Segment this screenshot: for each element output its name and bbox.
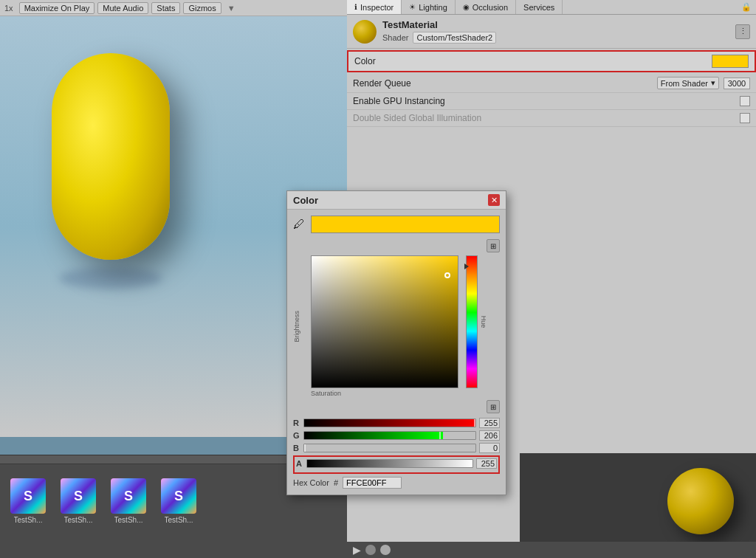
b-label: B <box>293 444 300 452</box>
rgba-sliders: R 255 G 206 B <box>293 418 500 474</box>
dialog-body: 🖊 ⊞ Brightness Saturation <box>287 210 506 495</box>
color-square-cursor <box>444 272 450 278</box>
a-label: A <box>296 459 303 468</box>
double-sided-checkbox[interactable] <box>740 113 750 123</box>
render-queue-dropdown[interactable]: From Shader ▾ <box>657 77 719 89</box>
viewport-topbar: 1x Maximize On Play Mute Audio Stats Giz… <box>0 0 347 16</box>
maximize-on-play-button[interactable]: Maximize On Play <box>19 2 95 14</box>
brightness-gradient <box>312 256 458 388</box>
b-slider-row: B 0 <box>293 443 500 453</box>
r-slider-row: R 255 <box>293 418 500 428</box>
color-picker-dialog: Color ✕ 🖊 ⊞ Brightness S <box>286 190 506 495</box>
gizmos-button[interactable]: Gizmos <box>183 2 221 14</box>
g-slider[interactable] <box>303 431 476 440</box>
asset-label-3: TestSh... <box>165 516 193 524</box>
saturation-label: Saturation <box>311 390 458 397</box>
color-property-row: Color <box>347 50 756 72</box>
material-info: TestMaterial Shader Custom/TestShader2 <box>382 19 729 44</box>
color-square-container[interactable]: Saturation <box>311 255 458 397</box>
list-item[interactable]: S TestSh... <box>6 478 50 524</box>
hex-hash: # <box>334 478 338 487</box>
mute-audio-button[interactable]: Mute Audio <box>97 2 148 14</box>
asset-icon-1: S <box>61 478 96 514</box>
play-button[interactable]: ▶ <box>353 544 361 556</box>
occlusion-icon: ◉ <box>463 3 470 11</box>
hex-label: Hex Color <box>293 478 329 487</box>
render-queue-label: Render Queue <box>353 78 657 89</box>
playback-circle-1[interactable] <box>365 545 376 555</box>
tab-services[interactable]: Services <box>516 0 563 14</box>
icon-buttons-row-2: ⊞ <box>293 400 500 413</box>
preview-area <box>520 453 756 542</box>
asset-label-2: TestSh... <box>114 516 143 524</box>
preview-color-bar <box>311 216 500 233</box>
asset-icon-3: S <box>161 478 196 514</box>
b-value[interactable]: 0 <box>479 443 500 453</box>
icon-buttons-row: ⊞ <box>293 239 500 252</box>
render-queue-value[interactable]: 3000 <box>724 78 750 89</box>
gizmos-dropdown-icon[interactable]: ▼ <box>227 4 236 13</box>
shader-value[interactable]: Custom/TestShader2 <box>413 32 496 44</box>
list-item[interactable]: S TestSh... <box>157 478 201 524</box>
g-label: G <box>293 431 300 440</box>
preview-sphere <box>667 468 734 534</box>
capsule-object <box>52 53 170 260</box>
list-item[interactable]: S TestSh... <box>56 478 100 524</box>
r-label: R <box>293 418 300 427</box>
hue-label: Hue <box>481 316 488 328</box>
dialog-title: Color <box>293 195 488 206</box>
stats-button[interactable]: Stats <box>151 2 180 14</box>
preview-color-row: 🖊 <box>293 216 500 233</box>
gradient-area: Brightness Saturation Hue <box>293 255 500 397</box>
dropdown-arrow-icon: ▾ <box>711 78 715 88</box>
tab-bar: ℹ Inspector ☀ Lighting ◉ Occlusion Servi… <box>347 0 756 15</box>
asset-label-1: TestSh... <box>64 516 93 524</box>
color-mode-button-1[interactable]: ⊞ <box>487 239 500 252</box>
capsule-shadow <box>59 267 162 289</box>
tab-lighting[interactable]: ☀ Lighting <box>402 0 456 14</box>
playback-bar: ▶ <box>347 542 756 558</box>
asset-label-0: TestSh... <box>14 516 43 524</box>
eyedropper-icon[interactable]: 🖊 <box>293 218 305 231</box>
render-queue-row: Render Queue From Shader ▾ 3000 <box>347 74 756 93</box>
material-name: TestMaterial <box>382 19 729 30</box>
brightness-vertical-label: Brightness <box>293 311 300 342</box>
material-options-button[interactable]: ⋮ <box>735 24 750 39</box>
color-swatch[interactable] <box>712 55 749 68</box>
shader-label: Shader <box>382 33 408 42</box>
lighting-icon: ☀ <box>409 3 416 11</box>
alpha-highlight-wrapper: A 255 <box>293 455 500 474</box>
playback-circle-2[interactable] <box>380 545 391 555</box>
gpu-instancing-row: Enable GPU Instancing <box>347 93 756 110</box>
material-header: TestMaterial Shader Custom/TestShader2 ⋮ <box>347 15 756 49</box>
a-slider[interactable] <box>306 459 473 468</box>
inspector-icon: ℹ <box>354 3 357 11</box>
color-label: Color <box>354 56 712 66</box>
dialog-titlebar: Color ✕ <box>287 191 506 210</box>
color-mode-button-2[interactable]: ⊞ <box>487 400 500 413</box>
material-preview-sphere <box>353 20 377 44</box>
hex-color-row: Hex Color # <box>293 477 500 489</box>
double-sided-label: Double Sided Global Illumination <box>353 113 740 123</box>
zoom-label: 1x <box>4 4 13 13</box>
hue-strip[interactable]: Hue <box>466 255 478 388</box>
r-slider[interactable] <box>303 418 476 427</box>
a-slider-row: A 255 <box>296 458 497 469</box>
hue-cursor <box>464 264 469 269</box>
tab-inspector[interactable]: ℹ Inspector <box>347 0 402 14</box>
asset-icon-0: S <box>10 478 46 514</box>
g-value[interactable]: 206 <box>479 430 500 441</box>
g-slider-row: G 206 <box>293 430 500 441</box>
a-value[interactable]: 255 <box>476 458 497 469</box>
hex-input[interactable] <box>343 477 402 489</box>
tab-occlusion[interactable]: ◉ Occlusion <box>456 0 516 14</box>
dialog-close-button[interactable]: ✕ <box>488 194 500 206</box>
color-square[interactable] <box>311 255 458 388</box>
double-sided-row: Double Sided Global Illumination <box>347 110 756 127</box>
list-item[interactable]: S TestSh... <box>106 478 151 524</box>
gpu-instancing-label: Enable GPU Instancing <box>353 96 740 106</box>
lock-icon[interactable]: 🔒 <box>737 2 756 12</box>
gpu-instancing-checkbox[interactable] <box>740 96 750 106</box>
b-slider[interactable] <box>303 444 476 452</box>
r-value[interactable]: 255 <box>479 418 500 428</box>
